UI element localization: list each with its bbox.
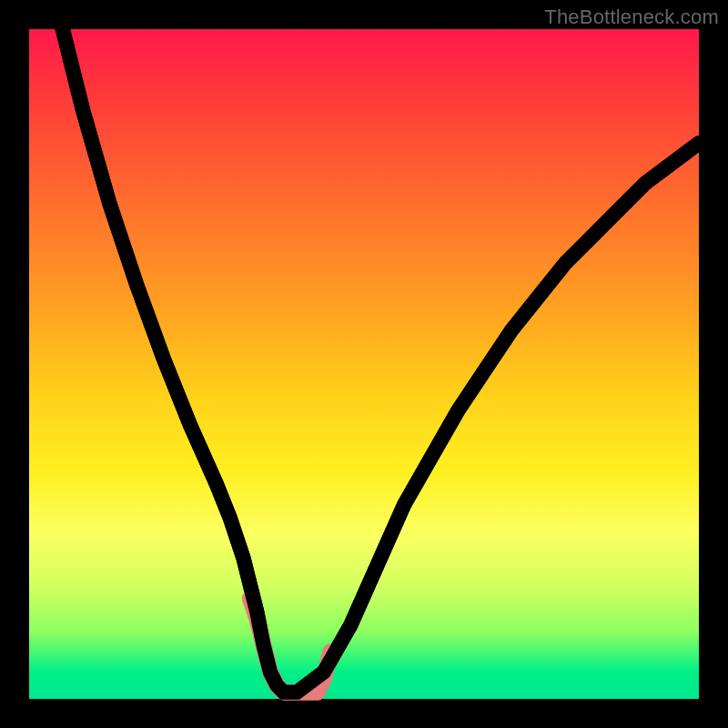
- chart-area: [29, 29, 699, 699]
- bottleneck-curve-top: [56, 3, 699, 693]
- watermark-text: TheBottleneck.com: [544, 5, 719, 29]
- chart-svg: [29, 29, 699, 699]
